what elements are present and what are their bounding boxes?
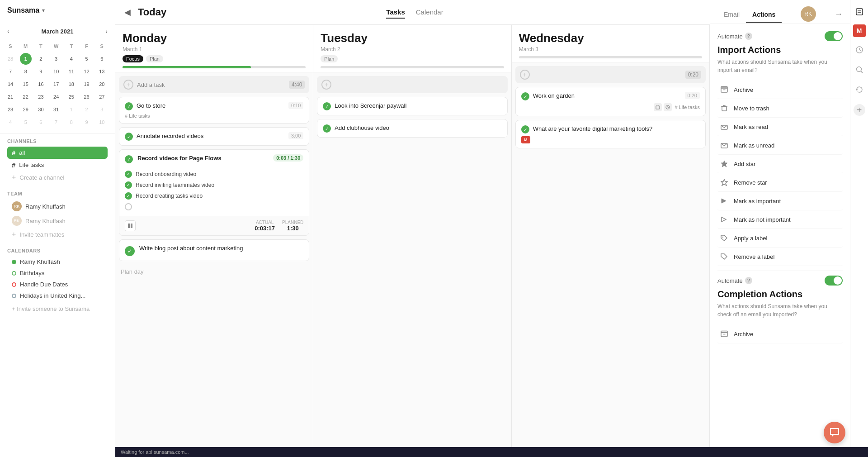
sidebar-header[interactable]: Sunsama ▾ [0,0,115,21]
team-member-2[interactable]: RK Ramy Khuffash [7,214,108,228]
help-icon-2[interactable]: ? [745,277,752,284]
team-member-1[interactable]: RK Ramy Khuffash [7,199,108,214]
next-month-button[interactable]: › [103,27,110,36]
add-task-row-tuesday[interactable]: + [317,76,507,93]
help-icon[interactable]: ? [745,33,752,40]
calendar-day-cell[interactable]: 5 [20,116,32,128]
plan-badge[interactable]: Plan [146,55,163,62]
tab-tasks[interactable]: Tasks [386,6,405,19]
calendar-day-cell[interactable]: 10 [96,116,108,128]
calendar-day-cell[interactable]: 31 [50,104,62,115]
calendar-birthdays[interactable]: Birthdays [7,267,108,279]
calendar-day-cell[interactable]: 3 [50,53,62,65]
automate-import-toggle[interactable] [825,31,843,41]
action-archive-completion[interactable]: Archive [717,325,843,343]
action-mark-read[interactable]: Mark as read [717,118,843,136]
action-archive[interactable]: Archive [717,81,843,99]
calendar-day-cell[interactable]: 2 [35,53,47,65]
calendar-day-cell[interactable]: 1 [20,53,32,65]
calendar-day-cell[interactable]: 15 [20,78,32,90]
calendar-day-cell[interactable]: 7 [50,116,62,128]
search-icon-btn[interactable] [852,62,867,77]
calendar-day-cell[interactable]: 8 [20,66,32,77]
calendar-day-cell[interactable]: 28 [5,53,16,65]
add-task-row-monday[interactable]: + Add a task 4:40 [119,76,309,93]
action-remove-star[interactable]: Remove star [717,173,843,192]
tab-actions[interactable]: Actions [746,7,782,23]
clock-icon-btn[interactable] [852,43,867,57]
task-annotate[interactable]: Annotate recorded videos 3:00 [119,127,309,146]
group-record-videos[interactable]: Record videos for Page Flows 0:03 / 1:30… [119,149,309,236]
calendar-due-dates[interactable]: Handle Due Dates [7,279,108,290]
calendar-holidays[interactable]: Holidays in United King... [7,290,108,301]
plan-day-button[interactable]: Plan day [119,265,309,279]
calendar-day-cell[interactable]: 1 [66,104,77,115]
calendar-day-cell[interactable]: 30 [35,104,47,115]
prev-month-button[interactable]: ‹ [5,27,12,36]
chat-fab-button[interactable] [824,422,845,443]
tab-email[interactable]: Email [717,7,746,23]
channel-all[interactable]: # all [7,147,108,159]
add-icon-btn[interactable]: + [854,104,865,116]
calendar-day-cell[interactable]: 8 [66,116,77,128]
plan-badge-tue[interactable]: Plan [321,55,338,62]
calendar-day-cell[interactable]: 17 [50,78,62,90]
task-marketing-tools[interactable]: What are your favorite digital marketing… [515,120,706,148]
calendar-day-cell[interactable]: 27 [96,91,108,103]
action-mark-unread[interactable]: Mark as unread [717,136,843,155]
calendar-day-cell[interactable]: 10 [50,66,62,77]
calendar-day-cell[interactable]: 26 [81,91,93,103]
calendar-day-cell[interactable]: 13 [96,66,108,77]
task-screenjar[interactable]: Look into Screenjar paywall [317,97,507,115]
calendar-day-cell[interactable]: 4 [5,116,16,128]
calendar-day-cell[interactable]: 18 [66,78,77,90]
action-apply-label[interactable]: Apply a label [717,229,843,248]
calendar-day-cell[interactable]: 9 [81,116,93,128]
calendar-day-cell[interactable]: 12 [81,66,93,77]
calendar-ramy[interactable]: Ramy Khuffash [7,256,108,267]
create-channel-button[interactable]: + Create a channel [7,171,108,184]
action-mark-important[interactable]: Mark as important [717,192,843,210]
calendar-day-cell[interactable]: 20 [96,78,108,90]
calendar-day-cell[interactable]: 5 [81,53,93,65]
calendar-day-cell[interactable]: 14 [5,78,16,90]
calendar-day-cell[interactable]: 9 [35,66,47,77]
focus-badge[interactable]: Focus [123,55,143,62]
calendar-day-cell[interactable]: 28 [5,104,16,115]
calendar-day-cell[interactable]: 7 [5,66,16,77]
calendar-day-cell[interactable]: 22 [20,91,32,103]
calendar-day-cell[interactable]: 25 [66,91,77,103]
action-add-star[interactable]: Add star [717,155,843,173]
back-button[interactable]: ◀ [124,7,131,17]
calendar-day-cell[interactable]: 21 [5,91,16,103]
action-mark-not-important[interactable]: Mark as not important [717,210,843,229]
tab-calendar[interactable]: Calendar [416,6,443,19]
calendar-day-cell[interactable]: 11 [66,66,77,77]
calendar-day-cell[interactable]: 2 [81,104,93,115]
invite-teammates-button[interactable]: + Invite teammates [7,228,108,241]
action-move-trash[interactable]: Move to trash [717,99,843,118]
add-task-row-wednesday[interactable]: + 0:20 [515,66,706,83]
task-blog-post[interactable]: Write blog post about content marketing [119,239,309,261]
task-work-garden[interactable]: Work on garden 0:20 [515,87,706,116]
logout-button[interactable]: → [835,10,843,19]
gmail-icon-btn[interactable]: M [853,24,866,37]
calendar-day-cell[interactable]: 23 [35,91,47,103]
task-go-to-store[interactable]: Go to store 0:10 # Life tasks [119,97,309,124]
calendar-day-cell[interactable]: 6 [35,116,47,128]
automate-completion-toggle[interactable] [825,276,843,286]
calendar-day-cell[interactable]: 24 [50,91,62,103]
action-remove-label[interactable]: Remove a label [717,248,843,266]
calendar-day-cell[interactable]: 4 [66,53,77,65]
channel-life-tasks[interactable]: # Life tasks [7,159,108,171]
refresh-icon-btn[interactable] [852,82,867,97]
task-clubhouse[interactable]: Add clubhouse video [317,119,507,138]
user-avatar[interactable]: RK [801,6,816,22]
tasks-icon-btn[interactable] [852,5,867,19]
calendar-day-cell[interactable]: 3 [96,104,108,115]
calendar-day-cell[interactable]: 29 [20,104,32,115]
invite-sunsama-button[interactable]: + Invite someone to Sunsama [7,303,108,314]
calendar-day-cell[interactable]: 19 [81,78,93,90]
calendar-day-cell[interactable]: 16 [35,78,47,90]
calendar-day-cell[interactable]: 6 [96,53,108,65]
